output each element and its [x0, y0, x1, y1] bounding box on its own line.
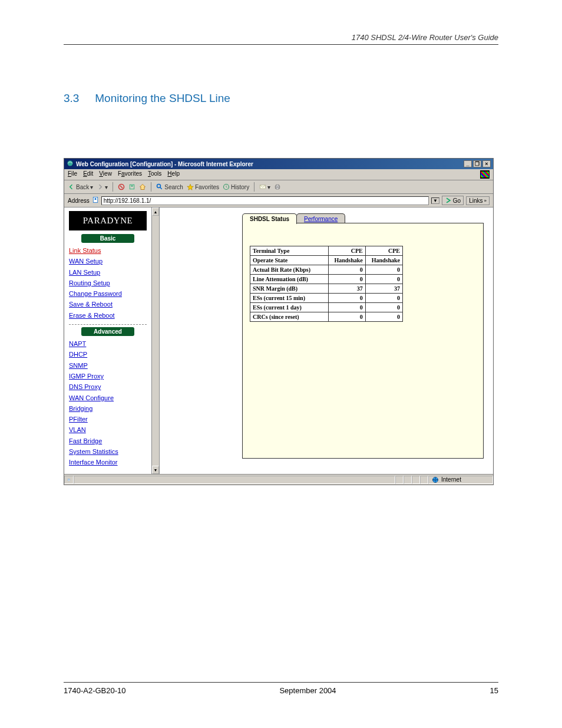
stop-button[interactable] — [118, 183, 125, 190]
status-seg — [395, 476, 404, 484]
address-dropdown[interactable]: ▼ — [431, 197, 439, 204]
status-seg — [404, 476, 412, 484]
footer-left: 1740-A2-GB20-10 — [64, 686, 126, 695]
sidebar: PARADYNE Basic Link Status WAN Setup LAN… — [64, 207, 151, 474]
address-input[interactable] — [101, 196, 429, 205]
scroll-down-icon[interactable]: ▼ — [152, 466, 159, 474]
minimize-button[interactable]: _ — [464, 160, 472, 167]
sidebar-scrollbar[interactable]: ▲ ▼ — [151, 207, 160, 474]
close-button[interactable]: × — [482, 160, 491, 167]
menubar: File Edit View Favorites Tools Help — [64, 169, 493, 180]
svg-point-4 — [157, 185, 161, 188]
print-button[interactable] — [274, 183, 281, 190]
menu-view[interactable]: View — [99, 170, 112, 179]
go-button[interactable]: Go — [442, 196, 464, 205]
ie-throbber-icon — [480, 170, 490, 179]
window-title: Web Configuration [Configuration] - Micr… — [76, 161, 253, 167]
sidebar-item-dns-proxy[interactable]: DNS Proxy — [69, 383, 147, 391]
tab-panel: Terminal TypeCPECPE Operate StateHandsha… — [242, 223, 484, 459]
doc-header: 1740 SHDSL 2/4-Wire Router User's Guide — [64, 33, 498, 45]
footer-right: 15 — [490, 686, 498, 695]
svg-rect-10 — [276, 188, 279, 189]
maximize-button[interactable]: ❐ — [473, 160, 481, 167]
sidebar-item-wan-configure[interactable]: WAN Configure — [69, 394, 147, 402]
status-seg — [420, 476, 428, 484]
sidebar-item-routing-setup[interactable]: Routing Setup — [69, 279, 147, 287]
scroll-up-icon[interactable]: ▲ — [152, 207, 159, 216]
sidebar-item-dhcp[interactable]: DHCP — [69, 350, 147, 358]
section-heading: 3.3 Monitoring the SHDSL Line — [64, 92, 498, 105]
table-row: CRCs (since reset)00 — [250, 312, 403, 322]
menu-favorites[interactable]: Favorites — [118, 170, 142, 179]
tab-shdsl-status[interactable]: SHDSL Status — [242, 213, 297, 224]
svg-line-5 — [160, 187, 162, 189]
titlebar: Web Configuration [Configuration] - Micr… — [64, 159, 493, 169]
sidebar-item-lan-setup[interactable]: LAN Setup — [69, 268, 147, 276]
history-button[interactable]: History — [223, 183, 249, 190]
sidebar-item-save-reboot[interactable]: Save & Reboot — [69, 300, 147, 308]
sidebar-item-igmp-proxy[interactable]: IGMP Proxy — [69, 372, 147, 380]
svg-point-14 — [69, 479, 70, 480]
menu-edit[interactable]: Edit — [83, 170, 93, 179]
search-button[interactable]: Search — [156, 183, 183, 190]
sidebar-item-snmp[interactable]: SNMP — [69, 361, 147, 370]
menu-file[interactable]: File — [68, 170, 77, 179]
doc-footer: 1740-A2-GB20-10 September 2004 15 — [64, 682, 498, 695]
sidebar-item-link-status[interactable]: Link Status — [69, 246, 147, 255]
table-row: ESs (current 15 min)00 — [250, 294, 403, 303]
table-row: SNR Margin (dB)3737 — [250, 284, 403, 294]
table-row: ESs (current 1 day)00 — [250, 303, 403, 312]
basic-group-button[interactable]: Basic — [81, 234, 134, 243]
sidebar-item-system-statistics[interactable]: System Statistics — [69, 447, 147, 456]
sidebar-item-bridging[interactable]: Bridging — [69, 404, 147, 413]
forward-button[interactable]: ▾ — [97, 183, 108, 190]
footer-center: September 2004 — [279, 686, 336, 695]
svg-line-2 — [120, 186, 123, 189]
toolbar: Back ▾ ▾ Search Favorites — [64, 180, 493, 194]
favorites-button[interactable]: Favorites — [187, 183, 219, 190]
logo: PARADYNE — [69, 211, 147, 230]
table-row: Terminal TypeCPECPE — [250, 246, 403, 256]
sidebar-divider — [69, 324, 147, 325]
browser-window: Web Configuration [Configuration] - Micr… — [64, 158, 494, 485]
home-button[interactable] — [139, 183, 146, 190]
section-title-text: Monitoring the SHDSL Line — [95, 92, 230, 104]
sidebar-item-wan-setup[interactable]: WAN Setup — [69, 257, 147, 265]
address-label: Address — [68, 197, 90, 204]
status-text — [74, 476, 395, 484]
sidebar-item-erase-reboot[interactable]: Erase & Reboot — [69, 311, 147, 319]
svg-point-12 — [94, 198, 96, 200]
sidebar-item-interface-monitor[interactable]: Interface Monitor — [69, 458, 147, 466]
status-seg — [412, 476, 420, 484]
status-zone: Internet — [428, 476, 493, 484]
sidebar-item-vlan[interactable]: VLAN — [69, 426, 147, 434]
links-button[interactable]: Links » — [466, 196, 490, 205]
section-number: 3.3 — [64, 92, 92, 105]
svg-rect-9 — [276, 185, 279, 186]
sidebar-item-fast-bridge[interactable]: Fast Bridge — [69, 437, 147, 445]
menu-help[interactable]: Help — [167, 170, 180, 179]
table-row: Actual Bit Rate (Kbps)00 — [250, 265, 403, 275]
sidebar-item-pfilter[interactable]: PFilter — [69, 415, 147, 423]
table-row: Line Attenuation (dB)00 — [250, 275, 403, 284]
menu-tools[interactable]: Tools — [148, 170, 161, 179]
content-area: PARADYNE Basic Link Status WAN Setup LAN… — [64, 207, 493, 474]
page-icon — [92, 196, 99, 205]
statusbar: Internet — [64, 474, 493, 485]
address-bar: Address ▼ Go Links » — [64, 194, 493, 207]
main-panel: SHDSL Status Performance Terminal TypeCP… — [160, 207, 493, 474]
table-row: Operate StateHandshakeHandshake — [250, 256, 403, 265]
sidebar-item-change-password[interactable]: Change Password — [69, 289, 147, 298]
mail-button[interactable]: ▾ — [259, 183, 270, 190]
refresh-button[interactable] — [128, 183, 135, 190]
sidebar-item-napt[interactable]: NAPT — [69, 340, 147, 348]
globe-icon — [432, 476, 439, 483]
status-ie-icon — [64, 476, 74, 484]
ie-icon — [67, 160, 74, 168]
advanced-group-button[interactable]: Advanced — [81, 327, 134, 336]
back-button[interactable]: Back ▾ — [68, 183, 93, 190]
status-table: Terminal TypeCPECPE Operate StateHandsha… — [250, 246, 403, 322]
svg-point-0 — [68, 161, 73, 166]
